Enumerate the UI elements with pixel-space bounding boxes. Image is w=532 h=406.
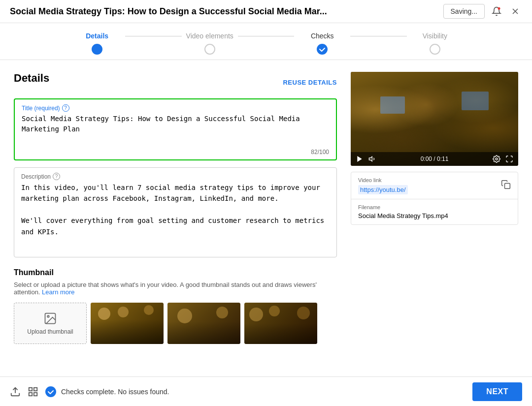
copy-icon [501,180,511,189]
step-video-elements-label: Video elements [186,32,233,40]
bell-icon [492,6,501,16]
next-button[interactable]: NEXT [472,382,522,401]
play-button[interactable] [356,155,364,163]
filename-label: Filename [358,204,511,210]
step-visibility[interactable]: Visibility [407,32,463,55]
alert-button[interactable] [490,4,503,18]
grid-icon [28,386,38,397]
step-checks-label: Checks [311,32,334,40]
close-button[interactable] [508,4,522,18]
thumbnail-option-2[interactable] [167,303,240,344]
check-status-icon [45,386,56,397]
step-video-elements-circle [204,44,215,55]
reuse-details-link[interactable]: REUSE DETAILS [283,79,337,86]
thumbnail-row: Upload thumbnail [14,303,337,344]
checks-status-text: Checks complete. No issues found. [61,388,466,396]
svg-rect-13 [34,392,37,395]
bottom-bar: Checks complete. No issues found. NEXT [0,376,532,406]
step-details-circle [92,44,102,55]
saving-button[interactable]: Saving... [443,4,485,19]
svg-marker-6 [369,157,372,161]
video-link-info: Video link https://youtu.be/ [358,177,408,194]
fullscreen-icon [505,155,513,163]
svg-rect-11 [34,387,37,390]
section-header: Details REUSE DETAILS [14,72,337,93]
description-help-icon[interactable]: ? [53,173,60,180]
upload-image-icon [43,312,57,325]
grid-bottom-button[interactable] [28,386,38,397]
settings-icon [493,155,500,163]
video-link-url[interactable]: https://youtu.be/ [358,185,408,194]
settings-button[interactable] [493,155,500,163]
learn-more-link[interactable]: Learn more [42,288,74,296]
fullscreen-button[interactable] [505,155,513,163]
thumbnail-section: Thumbnail Select or upload a picture tha… [14,268,337,344]
main-content: Details REUSE DETAILS Title (required) ?… [0,60,532,373]
upload-icon [10,386,21,397]
header-actions: Saving... [443,4,522,19]
time-display: 0:00 / 0:11 [381,156,488,162]
upload-thumbnail-label: Upload thumbnail [27,328,73,335]
svg-point-0 [498,7,500,10]
title-field-wrapper: Title (required) ? Social Media Strategy… [14,98,337,160]
upload-thumbnail-button[interactable]: Upload thumbnail [14,303,87,344]
svg-rect-12 [29,392,32,395]
title-input[interactable]: Social Media Strategy Tips: How to Desig… [22,114,329,145]
video-info-box: Video link https://youtu.be/ Filename So… [351,172,518,225]
check-circle-icon [47,388,54,395]
step-connector-2 [238,36,294,36]
title-help-icon[interactable]: ? [62,104,69,112]
step-connector-3 [350,36,406,36]
step-details[interactable]: Details [69,32,125,55]
close-icon [510,6,520,16]
title-char-count: 82/100 [22,149,329,156]
step-visibility-circle [430,44,440,55]
volume-icon [368,155,376,163]
thumbnail-description: Select or upload a picture that shows wh… [14,281,337,296]
steps-navigation: Details Video elements Checks Visibility [0,23,532,60]
svg-rect-10 [29,387,32,390]
step-connector-1 [125,36,181,36]
svg-point-4 [47,315,49,317]
title-label-text: Title (required) [22,105,60,112]
step-visibility-label: Visibility [423,32,447,40]
step-checks-circle [317,44,328,55]
filename-value: Social Media Strategy Tips.mp4 [358,212,511,219]
copy-link-button[interactable] [501,180,511,192]
right-panel: 0:00 / 0:11 Video link [351,72,518,361]
description-label-text: Description [21,173,51,180]
title-field-label: Title (required) ? [22,104,329,112]
video-preview[interactable]: 0:00 / 0:11 [351,72,518,166]
step-video-elements[interactable]: Video elements [182,32,238,55]
svg-rect-8 [505,183,510,188]
left-panel: Details REUSE DETAILS Title (required) ?… [14,72,337,361]
description-input[interactable]: In this video, you'll learn 7 social med… [21,182,330,251]
upload-bottom-button[interactable] [10,386,21,397]
step-details-label: Details [86,32,108,40]
svg-marker-5 [357,156,362,162]
video-controls: 0:00 / 0:11 [351,152,518,166]
thumbnail-heading: Thumbnail [14,268,337,277]
video-link-label: Video link [358,177,408,183]
volume-button[interactable] [368,155,376,163]
details-heading: Details [14,72,49,85]
thumbnail-option-3[interactable] [244,303,317,344]
svg-point-7 [496,158,498,160]
description-field-wrapper: Description ? In this video, you'll lear… [14,167,337,257]
description-field-label: Description ? [21,173,330,180]
step-checks[interactable]: Checks [294,32,350,55]
video-link-row: Video link https://youtu.be/ [351,172,518,199]
thumbnail-option-1[interactable] [91,303,164,344]
filename-row: Filename Social Media Strategy Tips.mp4 [351,199,518,224]
header: Social Media Strategy Tips: How to Desig… [0,0,532,23]
page-title: Social Media Strategy Tips: How to Desig… [10,6,327,17]
play-icon [356,155,364,163]
